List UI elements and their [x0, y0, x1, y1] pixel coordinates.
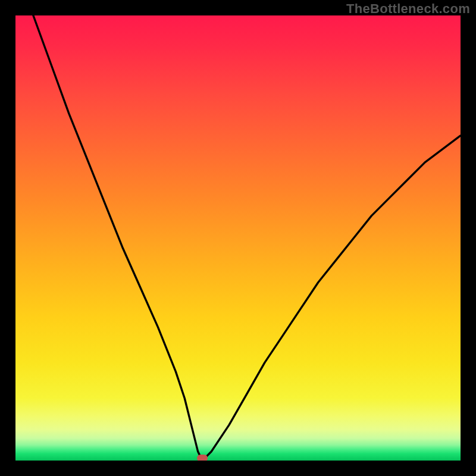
plot-area — [15, 15, 461, 461]
bottleneck-curve — [15, 15, 461, 461]
optimum-marker — [197, 455, 208, 461]
chart-frame: TheBottleneck.com — [0, 0, 476, 476]
watermark-text: TheBottleneck.com — [346, 1, 470, 17]
